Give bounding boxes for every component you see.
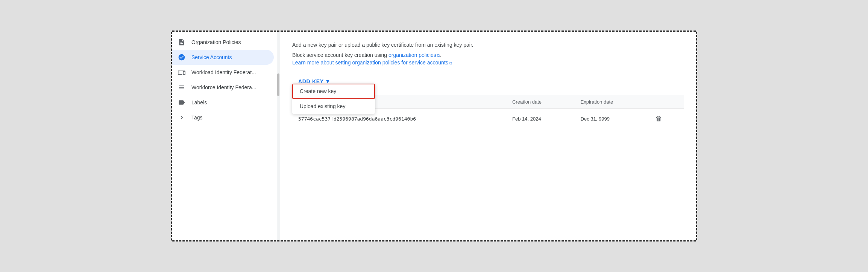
sidebar-item-organization-policies[interactable]: Organization Policies bbox=[172, 35, 274, 50]
description-text: Add a new key pair or upload a public ke… bbox=[292, 41, 684, 49]
delete-key-button[interactable]: 🗑 bbox=[654, 113, 664, 124]
column-expiration-date: Expiration date bbox=[575, 95, 648, 109]
label-icon bbox=[178, 99, 185, 106]
add-key-dropdown-container: ADD KEY ▾ Create new key Upload existing… bbox=[292, 67, 335, 92]
block-text: Block service account key creation using bbox=[292, 52, 388, 58]
create-new-key-option[interactable]: Create new key bbox=[292, 84, 375, 99]
external-link-icon-1: ⧉ bbox=[437, 53, 440, 58]
column-actions bbox=[648, 95, 684, 109]
sidebar-item-service-accounts[interactable]: Service Accounts bbox=[172, 50, 274, 65]
block-text-row: Block service account key creation using… bbox=[292, 52, 684, 58]
sidebar-item-workforce-identity[interactable]: Workforce Identity Federa... bbox=[172, 80, 274, 95]
sidebar-item-label: Service Accounts bbox=[191, 54, 232, 60]
column-creation-date: Creation date bbox=[506, 95, 574, 109]
upload-existing-key-label: Upload existing key bbox=[300, 103, 345, 109]
workload-icon bbox=[178, 69, 185, 76]
sidebar-item-labels[interactable]: Labels bbox=[172, 95, 274, 110]
org-policies-link[interactable]: organization policies bbox=[388, 52, 436, 58]
sidebar-item-label: Workforce Identity Federa... bbox=[191, 84, 256, 90]
delete-icon: 🗑 bbox=[656, 115, 662, 122]
creation-date-cell: Feb 14, 2024 bbox=[506, 109, 574, 129]
sidebar-item-label: Tags bbox=[191, 115, 203, 121]
main-frame: Organization Policies Service Accounts bbox=[171, 31, 697, 241]
sidebar-item-tags[interactable]: Tags bbox=[172, 110, 274, 125]
add-key-dropdown-menu: Create new key Upload existing key bbox=[292, 84, 375, 114]
learn-more-row: Learn more about setting organization po… bbox=[292, 60, 684, 66]
learn-more-link[interactable]: Learn more about setting organization po… bbox=[292, 60, 448, 66]
sidebar-item-label: Workload Identity Federat... bbox=[191, 69, 256, 75]
create-new-key-label: Create new key bbox=[300, 88, 336, 94]
upload-existing-key-option[interactable]: Upload existing key bbox=[292, 99, 375, 114]
scrollbar-thumb bbox=[277, 73, 279, 96]
sidebar-scrollbar[interactable] bbox=[277, 32, 280, 240]
workforce-icon bbox=[178, 84, 185, 91]
tags-icon bbox=[178, 114, 185, 121]
sidebar-item-label: Labels bbox=[191, 99, 207, 105]
external-link-icon-2: ⧉ bbox=[449, 61, 452, 65]
expiration-date-cell: Dec 31, 9999 bbox=[575, 109, 648, 129]
main-content: Add a new key pair or upload a public ke… bbox=[280, 32, 696, 240]
sidebar-item-label: Organization Policies bbox=[191, 39, 241, 45]
delete-cell: 🗑 bbox=[648, 109, 684, 129]
sidebar-item-workload-identity[interactable]: Workload Identity Federat... bbox=[172, 65, 274, 80]
document-icon bbox=[178, 38, 185, 46]
sidebar: Organization Policies Service Accounts bbox=[172, 32, 277, 240]
service-account-icon bbox=[178, 53, 185, 61]
